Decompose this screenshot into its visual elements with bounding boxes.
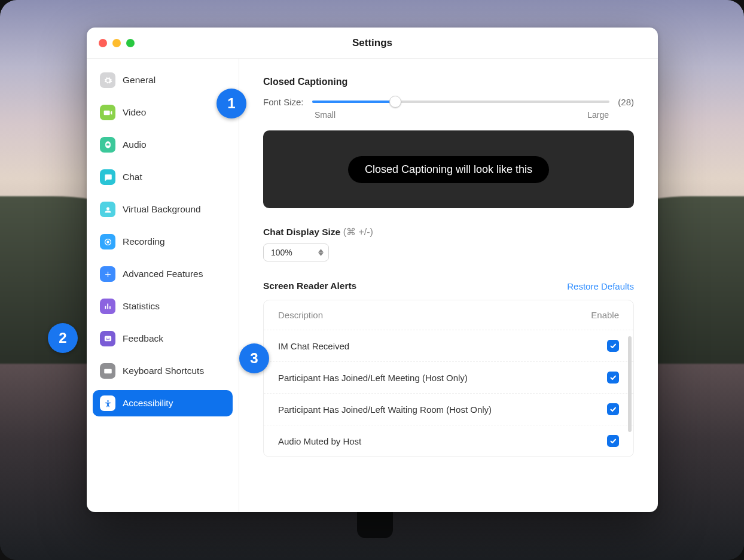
sidebar-item-label: Keyboard Shortcuts	[123, 366, 204, 376]
annotation-1: 1	[217, 89, 246, 118]
caption-preview-text: Closed Captioning will look like this	[348, 156, 549, 183]
settings-content: Closed Captioning Font Size: (28) Small …	[239, 59, 658, 512]
sidebar-item-label: Video	[123, 107, 146, 118]
sidebar-item-accessibility[interactable]: Accessibility	[93, 390, 233, 416]
sidebar-item-label: Advanced Features	[123, 269, 203, 279]
titlebar: Settings	[87, 28, 658, 59]
sidebar-item-label: Statistics	[123, 301, 160, 312]
recording-icon	[100, 234, 115, 249]
settings-sidebar: GeneralVideoAudioChatVirtual BackgroundR…	[87, 59, 239, 512]
sidebar-item-keyboard-shortcuts[interactable]: Keyboard Shortcuts	[93, 358, 233, 384]
desktop-wallpaper: Settings GeneralVideoAudioChatVirtual Ba…	[0, 0, 744, 560]
enable-checkbox[interactable]	[607, 435, 619, 447]
restore-defaults-link[interactable]: Restore Defaults	[567, 281, 634, 291]
accessibility-icon	[100, 395, 115, 411]
font-size-value: (28)	[618, 97, 634, 107]
alert-description: Audio Muted by Host	[278, 436, 577, 446]
enable-checkbox[interactable]	[607, 403, 619, 415]
sidebar-item-video[interactable]: Video	[93, 99, 233, 126]
sidebar-item-virtual-background[interactable]: Virtual Background	[93, 196, 233, 223]
alert-row: Participant Has Joined/Left Meeting (Hos…	[264, 361, 633, 393]
sidebar-item-statistics[interactable]: Statistics	[93, 293, 233, 319]
sidebar-item-audio[interactable]: Audio	[93, 132, 233, 158]
alerts-table: Description Enable IM Chat ReceivedParti…	[263, 300, 634, 457]
slider-thumb[interactable]	[389, 96, 401, 108]
sidebar-item-label: Recording	[123, 236, 165, 247]
annotation-3: 3	[239, 343, 269, 373]
stats-icon	[100, 299, 115, 314]
stepper-icon	[318, 249, 324, 256]
settings-window: Settings GeneralVideoAudioChatVirtual Ba…	[87, 28, 658, 512]
sidebar-item-label: Chat	[123, 172, 142, 182]
gear-icon	[100, 72, 115, 88]
sidebar-item-recording[interactable]: Recording	[93, 229, 233, 255]
alert-description: Participant Has Joined/Left Meeting (Hos…	[278, 373, 577, 383]
alert-description: IM Chat Received	[278, 341, 577, 351]
screen-reader-title: Screen Reader Alerts	[263, 281, 356, 291]
font-size-label: Font Size:	[263, 97, 304, 107]
audio-icon	[100, 137, 115, 153]
feedback-icon	[100, 331, 115, 346]
virtual-bg-icon	[100, 202, 115, 217]
annotation-2: 2	[48, 323, 78, 353]
sidebar-item-label: Virtual Background	[123, 204, 201, 215]
sidebar-item-feedback[interactable]: Feedback	[93, 325, 233, 352]
alert-description: Participant Has Joined/Left Waiting Room…	[278, 404, 577, 415]
alert-row: IM Chat Received	[264, 330, 633, 361]
window-title: Settings	[87, 37, 658, 49]
enable-checkbox[interactable]	[607, 372, 619, 384]
sidebar-item-chat[interactable]: Chat	[93, 164, 233, 190]
font-size-slider[interactable]	[312, 96, 610, 108]
sidebar-item-label: General	[123, 75, 155, 86]
scrollbar[interactable]	[628, 336, 632, 432]
alert-row: Participant Has Joined/Left Waiting Room…	[264, 393, 633, 425]
col-enable: Enable	[577, 310, 619, 320]
sidebar-item-label: Feedback	[123, 333, 163, 344]
chat-display-label: Chat Display Size	[263, 227, 340, 237]
sidebar-item-label: Audio	[123, 139, 147, 150]
col-description: Description	[278, 310, 577, 320]
keyboard-icon	[100, 363, 115, 379]
plus-box-icon	[100, 266, 115, 282]
slider-small-label: Small	[315, 110, 336, 120]
sidebar-item-label: Accessibility	[123, 398, 173, 409]
caption-preview: Closed Captioning will look like this	[263, 130, 634, 208]
chat-display-value: 100%	[271, 248, 292, 257]
closed-captioning-title: Closed Captioning	[263, 77, 634, 87]
slider-large-label: Large	[587, 110, 609, 120]
alert-row: Audio Muted by Host	[264, 425, 633, 456]
chat-display-select[interactable]: 100%	[263, 244, 329, 261]
enable-checkbox[interactable]	[607, 340, 619, 352]
video-icon	[100, 105, 115, 120]
chat-display-hint: (⌘ +/-)	[343, 227, 373, 237]
chat-icon	[100, 169, 115, 185]
sidebar-item-general[interactable]: General	[93, 67, 233, 93]
sidebar-item-advanced-features[interactable]: Advanced Features	[93, 261, 233, 287]
